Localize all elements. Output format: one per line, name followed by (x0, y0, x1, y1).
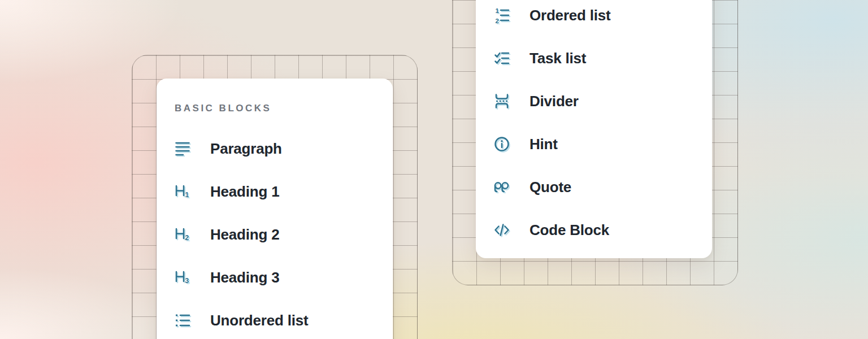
menu-item-paragraph[interactable]: Paragraph (175, 127, 375, 170)
menu-item-label: Heading 3 (210, 269, 279, 286)
menu-item-label: Divider (530, 93, 579, 110)
svg-text:1: 1 (496, 7, 500, 14)
section-label: BASIC BLOCKS (175, 101, 375, 116)
menu-item-unordered-list[interactable]: Unordered list (175, 299, 375, 339)
heading-2-icon: 22 (175, 227, 190, 242)
menu-item-quote[interactable]: Quote (494, 166, 694, 208)
gradient-grid-background: { "colors": { "icon_main": "#2d7390", "i… (0, 0, 868, 339)
block-menu-card-more-blocks: 1212Ordered listTask listDividerHintQuot… (476, 0, 712, 258)
svg-text:1: 1 (185, 191, 189, 199)
ordered-list-icon: 1212 (494, 7, 510, 23)
menu-item-label: Paragraph (210, 140, 282, 158)
menu-item-label: Unordered list (210, 312, 308, 329)
quote-icon (494, 179, 510, 195)
svg-text:2: 2 (496, 18, 499, 24)
menu-item-label: Ordered list (530, 7, 611, 24)
menu-item-code-block[interactable]: Code Block (494, 208, 694, 251)
svg-text:2: 2 (185, 234, 189, 242)
menu-list: 1212Ordered listTask listDividerHintQuot… (494, 0, 694, 251)
code-block-icon (494, 222, 510, 238)
paragraph-icon (175, 141, 190, 157)
heading-3-icon: 33 (175, 270, 190, 285)
task-list-icon (494, 50, 510, 66)
heading-1-icon: 11 (175, 184, 190, 199)
menu-list: Paragraph11Heading 122Heading 233Heading… (175, 127, 375, 339)
svg-text:3: 3 (185, 277, 189, 285)
menu-item-heading-3[interactable]: 33Heading 3 (175, 256, 375, 299)
menu-item-label: Task list (530, 50, 586, 67)
menu-item-divider[interactable]: Divider (494, 80, 694, 123)
menu-item-ordered-list[interactable]: 1212Ordered list (494, 0, 694, 37)
menu-item-label: Code Block (530, 221, 609, 239)
menu-item-heading-1[interactable]: 11Heading 1 (175, 170, 375, 213)
divider-icon (494, 93, 510, 109)
menu-item-task-list[interactable]: Task list (494, 37, 694, 80)
menu-item-label: Heading 1 (210, 183, 279, 201)
menu-item-label: Quote (530, 179, 571, 196)
hint-icon (494, 136, 510, 152)
unordered-list-icon (175, 312, 190, 328)
menu-item-label: Heading 2 (210, 226, 279, 244)
menu-item-heading-2[interactable]: 22Heading 2 (175, 213, 375, 256)
block-menu-card-basic-blocks: BASIC BLOCKS Paragraph11Heading 122Headi… (157, 79, 393, 339)
menu-item-hint[interactable]: Hint (494, 123, 694, 166)
menu-item-label: Hint (530, 136, 558, 153)
